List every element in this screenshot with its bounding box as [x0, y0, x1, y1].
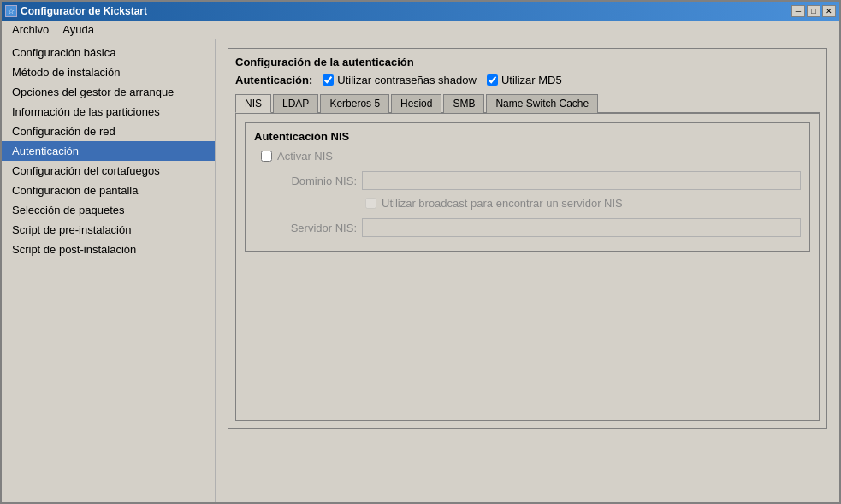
md5-checkbox[interactable]	[487, 74, 498, 86]
md5-checkbox-group: Utilizar MD5	[487, 74, 562, 86]
sidebar-item-configuracion-basica[interactable]: Configuración básica	[2, 43, 215, 62]
activar-nis-checkbox[interactable]	[261, 151, 272, 162]
title-bar-left: ☆ Configurador de Kickstart	[5, 5, 147, 17]
tab-kerberos5[interactable]: Kerberos 5	[320, 94, 389, 113]
right-panel: Configuración de la autenticación Autent…	[216, 39, 839, 502]
tab-ldap[interactable]: LDAP	[273, 94, 318, 113]
window-title: Configurador de Kickstart	[21, 5, 147, 17]
sidebar-item-metodo-instalacion[interactable]: Método de instalación	[2, 62, 215, 82]
tab-name-switch-cache[interactable]: Name Switch Cache	[486, 94, 598, 113]
sidebar-item-paquetes[interactable]: Selección de paquetes	[2, 200, 215, 220]
close-button[interactable]: ✕	[822, 5, 836, 17]
nis-group-box: Autenticación NIS Activar NIS Dominio NI…	[245, 122, 810, 252]
title-bar: ☆ Configurador de Kickstart ─ □ ✕	[2, 2, 839, 21]
menu-ayuda[interactable]: Ayuda	[56, 21, 101, 38]
main-window: ☆ Configurador de Kickstart ─ □ ✕ Archiv…	[0, 0, 841, 504]
tab-hesiod[interactable]: Hesiod	[391, 94, 441, 113]
servidor-nis-input[interactable]	[362, 218, 801, 237]
auth-section-frame: Configuración de la autenticación Autent…	[228, 48, 827, 429]
sidebar-item-post-instalacion[interactable]: Script de post-instalación	[2, 240, 215, 259]
tab-nis[interactable]: NIS	[235, 94, 271, 113]
main-content: Configuración básica Método de instalaci…	[2, 39, 839, 502]
section-title: Configuración de la autenticación	[235, 56, 820, 68]
sidebar-item-pre-instalacion[interactable]: Script de pre-instalación	[2, 220, 215, 240]
tab-smb[interactable]: SMB	[443, 94, 484, 113]
md5-label: Utilizar MD5	[501, 74, 562, 86]
sidebar: Configuración básica Método de instalaci…	[2, 39, 216, 502]
sidebar-item-cortafuegos[interactable]: Configuración del cortafuegos	[2, 161, 215, 181]
minimize-button[interactable]: ─	[791, 5, 805, 17]
broadcast-checkbox[interactable]	[365, 198, 376, 209]
sidebar-item-autenticacion[interactable]: Autenticación	[2, 141, 215, 161]
dominio-nis-row: Dominio NIS:	[254, 171, 801, 190]
window-controls: ─ □ ✕	[791, 5, 836, 17]
sidebar-item-pantalla[interactable]: Configuración de pantalla	[2, 181, 215, 200]
sidebar-item-gestor-arranque[interactable]: Opciones del gestor de arranque	[2, 82, 215, 102]
sidebar-item-particiones[interactable]: Información de las particiones	[2, 102, 215, 122]
servidor-label: Servidor NIS:	[254, 222, 357, 234]
nis-section-label: Autenticación NIS	[254, 130, 801, 143]
shadow-checkbox-group: Utilizar contraseñas shadow	[323, 74, 477, 86]
app-icon: ☆	[5, 5, 17, 17]
tab-strip: NIS LDAP Kerberos 5 Hesiod SMB Name Swit…	[235, 93, 820, 113]
broadcast-label: Utilizar broadcast para encontrar un ser…	[382, 197, 623, 210]
auth-label: Autenticación:	[235, 74, 312, 86]
sidebar-item-red[interactable]: Configuración de red	[2, 122, 215, 141]
shadow-label: Utilizar contraseñas shadow	[337, 74, 477, 86]
menu-archivo[interactable]: Archivo	[5, 21, 56, 38]
tab-panel-nis: Autenticación NIS Activar NIS Dominio NI…	[235, 113, 820, 421]
dominio-label: Dominio NIS:	[254, 175, 357, 187]
dominio-nis-input[interactable]	[362, 171, 801, 190]
auth-header: Autenticación: Utilizar contraseñas shad…	[235, 74, 820, 86]
menu-bar: Archivo Ayuda	[2, 21, 839, 39]
activar-nis-row: Activar NIS	[261, 150, 801, 163]
servidor-nis-row: Servidor NIS:	[254, 218, 801, 237]
shadow-checkbox[interactable]	[323, 74, 334, 86]
activar-nis-label: Activar NIS	[277, 150, 333, 163]
maximize-button[interactable]: □	[807, 5, 820, 17]
broadcast-row: Utilizar broadcast para encontrar un ser…	[365, 197, 801, 210]
